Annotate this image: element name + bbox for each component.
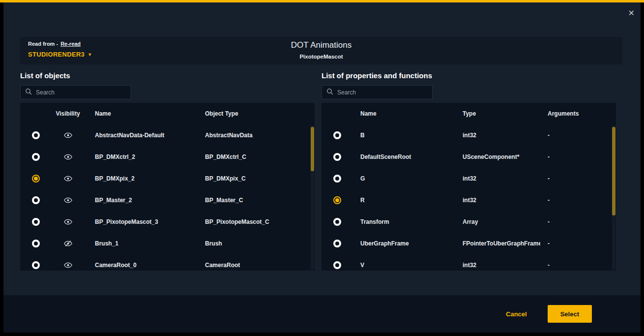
object-name: CameraRoot_0 <box>84 262 205 269</box>
property-arguments: - <box>540 132 616 139</box>
column-header-name: Name <box>84 110 205 117</box>
property-arguments: - <box>540 240 616 247</box>
table-row[interactable]: B int32 - <box>322 124 616 146</box>
eye-icon[interactable] <box>64 262 72 268</box>
select-button[interactable]: Select <box>548 305 592 323</box>
row-radio[interactable] <box>333 240 341 247</box>
object-type: BP_DMXctrl_C <box>205 153 315 160</box>
row-radio[interactable] <box>333 261 341 269</box>
object-type: BP_Master_C <box>205 197 315 204</box>
dialog-title: DOT Animations <box>20 40 622 50</box>
title-block: DOT Animations PixotopeMascot <box>20 40 622 60</box>
property-type: Array <box>455 218 540 225</box>
object-name: AbstractNavData-Default <box>84 132 205 139</box>
properties-scrollbar[interactable] <box>612 125 615 270</box>
table-row[interactable]: R int32 - <box>322 189 616 211</box>
property-name: B <box>353 132 455 139</box>
column-header-name: Name <box>353 110 455 117</box>
objects-panel: List of objects Visibility Name Object T… <box>20 71 315 271</box>
object-name: BP_PixotopeMascot_3 <box>84 218 205 225</box>
property-name: G <box>353 175 455 182</box>
table-row[interactable]: DefaultSceneRoot USceneComponent* - <box>322 146 616 168</box>
property-type: FPointerToUberGraphFrame <box>455 240 540 247</box>
row-radio[interactable] <box>333 175 341 183</box>
row-radio[interactable] <box>32 196 40 204</box>
property-arguments: - <box>540 197 616 204</box>
eye-icon[interactable] <box>64 219 72 225</box>
search-icon <box>326 88 333 97</box>
dialog-subtitle: PixotopeMascot <box>20 54 622 60</box>
property-name: R <box>353 197 455 204</box>
property-arguments: - <box>540 218 616 225</box>
object-type: CameraRoot <box>205 262 315 269</box>
property-type: int32 <box>455 262 540 269</box>
table-row[interactable]: BP_PixotopeMascot_3 BP_PixotopeMascot_C <box>20 211 315 233</box>
close-icon[interactable]: ✕ <box>628 9 635 17</box>
properties-panel: List of properties and functions Name Ty… <box>322 71 616 271</box>
table-row[interactable]: CameraRoot_0 CameraRoot <box>20 254 315 271</box>
search-icon <box>25 88 32 97</box>
property-type: int32 <box>455 132 540 139</box>
table-row[interactable]: Transform Array - <box>322 211 616 233</box>
object-name: Brush_1 <box>84 240 205 247</box>
object-name: BP_DMXpix_2 <box>84 175 205 182</box>
objects-table-header: Visibility Name Object Type <box>20 103 315 124</box>
property-type: int32 <box>455 175 540 182</box>
table-row[interactable]: UberGraphFrame FPointerToUberGraphFrame … <box>322 233 616 254</box>
object-type: BP_PixotopeMascot_C <box>205 218 315 225</box>
table-row[interactable]: BP_DMXpix_2 BP_DMXpix_C <box>20 168 315 189</box>
properties-scrollbar-thumb[interactable] <box>612 127 615 215</box>
table-row[interactable]: V int32 - <box>322 254 616 271</box>
objects-table: Visibility Name Object Type AbstractNavD… <box>20 103 315 271</box>
column-header-arguments: Arguments <box>540 110 616 117</box>
property-name: UberGraphFrame <box>353 240 455 247</box>
row-radio[interactable] <box>32 218 40 226</box>
properties-table: Name Type Arguments B int32 - DefaultSce… <box>322 103 616 271</box>
eye-off-icon[interactable] <box>64 240 72 247</box>
object-name: BP_Master_2 <box>84 197 205 204</box>
row-radio[interactable] <box>32 153 40 161</box>
objects-panel-title: List of objects <box>20 71 315 80</box>
properties-search-input[interactable] <box>337 89 428 96</box>
table-row[interactable]: Brush_1 Brush <box>20 233 315 254</box>
property-type: int32 <box>455 197 540 204</box>
properties-panel-title: List of properties and functions <box>322 71 616 80</box>
eye-icon[interactable] <box>64 197 72 203</box>
row-radio[interactable] <box>333 153 341 161</box>
column-header-object-type: Object Type <box>205 110 315 117</box>
property-type: USceneComponent* <box>455 153 540 160</box>
objects-scrollbar-thumb[interactable] <box>311 127 314 171</box>
row-radio[interactable] <box>32 261 40 269</box>
cancel-button[interactable]: Cancel <box>506 310 527 318</box>
property-arguments: - <box>540 262 616 269</box>
column-header-visibility: Visibility <box>52 110 84 117</box>
objects-rows: AbstractNavData-Default AbstractNavData … <box>20 124 315 271</box>
eye-icon[interactable] <box>64 176 72 182</box>
row-radio[interactable] <box>32 131 40 139</box>
objects-scrollbar[interactable] <box>311 125 314 270</box>
objects-search-input[interactable] <box>36 89 126 96</box>
row-radio[interactable] <box>333 196 341 204</box>
eye-icon[interactable] <box>64 132 72 138</box>
properties-rows: B int32 - DefaultSceneRoot USceneCompone… <box>322 124 616 271</box>
table-row[interactable]: BP_Master_2 BP_Master_C <box>20 189 315 211</box>
eye-icon[interactable] <box>64 154 72 160</box>
table-row[interactable]: BP_DMXctrl_2 BP_DMXctrl_C <box>20 146 315 168</box>
object-type: AbstractNavData <box>205 132 315 139</box>
object-type: Brush <box>205 240 315 247</box>
table-row[interactable]: G int32 - <box>322 168 616 189</box>
dialog-header: Read from -Re-read STUDIORENDER3 ▼ DOT A… <box>20 37 622 64</box>
property-name: DefaultSceneRoot <box>353 153 455 160</box>
row-radio[interactable] <box>333 131 341 139</box>
table-row[interactable]: AbstractNavData-Default AbstractNavData <box>20 124 315 146</box>
property-arguments: - <box>540 175 616 182</box>
column-header-type: Type <box>455 110 540 117</box>
dot-animations-dialog: ✕ Read from -Re-read STUDIORENDER3 ▼ DOT… <box>3 2 641 333</box>
row-radio[interactable] <box>32 175 40 183</box>
row-radio[interactable] <box>32 240 40 247</box>
properties-search[interactable] <box>322 85 433 99</box>
objects-search[interactable] <box>20 85 131 99</box>
dialog-footer: Cancel Select <box>3 295 641 333</box>
object-type: BP_DMXpix_C <box>205 175 315 182</box>
row-radio[interactable] <box>333 218 341 226</box>
